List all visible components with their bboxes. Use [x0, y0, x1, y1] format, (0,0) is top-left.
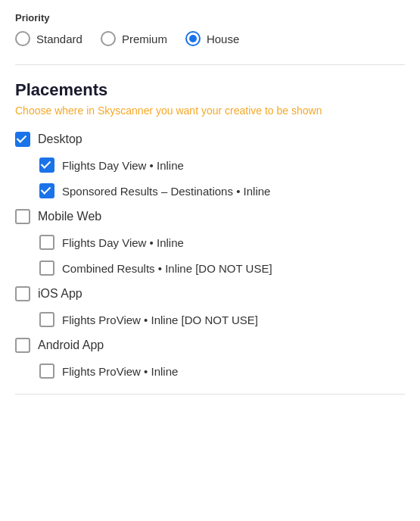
flights-proview-ios-label: Flights ProView • Inline [DO NOT USE] — [62, 314, 258, 326]
mobile-flights-day-view-label: Flights Day View • Inline — [62, 236, 184, 249]
desktop-label: Desktop — [38, 133, 82, 146]
checkbox-sponsored-results[interactable] — [39, 183, 54, 198]
mobile-web-label: Mobile Web — [38, 210, 101, 223]
placements-subtitle: Choose where in Skyscanner you want your… — [15, 105, 405, 117]
placements-section: Placements Choose where in Skyscanner yo… — [15, 80, 405, 379]
radio-item-house[interactable]: House — [185, 31, 239, 46]
radio-house-label: House — [207, 33, 239, 45]
checkbox-flights-proview-android[interactable] — [39, 363, 54, 379]
checkbox-item-mobile-flights-day-view[interactable]: Flights Day View • Inline — [39, 235, 405, 250]
checkbox-item-desktop[interactable]: Desktop — [15, 132, 405, 147]
checkbox-combined-results[interactable] — [39, 260, 54, 276]
placements-title: Placements — [15, 80, 405, 100]
checkbox-item-flights-proview-android[interactable]: Flights ProView • Inline — [39, 363, 405, 379]
priority-label: Priority — [15, 12, 405, 23]
section-divider — [15, 64, 405, 65]
checkbox-item-mobile-web[interactable]: Mobile Web — [15, 209, 405, 224]
radio-premium-label: Premium — [122, 33, 167, 45]
checkbox-ios-app[interactable] — [15, 286, 30, 301]
checkbox-item-flights-proview-ios[interactable]: Flights ProView • Inline [DO NOT USE] — [39, 312, 405, 327]
checkbox-item-ios-app[interactable]: iOS App — [15, 286, 405, 301]
priority-section: Priority Standard Premium House — [15, 12, 405, 46]
priority-radio-group: Standard Premium House — [15, 31, 405, 46]
checkbox-item-sponsored-results[interactable]: Sponsored Results – Destinations • Inlin… — [39, 183, 405, 198]
page-container: Priority Standard Premium House Placemen… — [0, 0, 420, 410]
radio-item-standard[interactable]: Standard — [15, 31, 82, 46]
radio-standard-label: Standard — [36, 33, 82, 45]
bottom-divider — [15, 394, 405, 395]
checkbox-item-flights-day-view[interactable]: Flights Day View • Inline — [39, 158, 405, 173]
radio-item-premium[interactable]: Premium — [101, 31, 167, 46]
sponsored-results-label: Sponsored Results – Destinations • Inlin… — [62, 185, 270, 198]
checkbox-desktop[interactable] — [15, 132, 30, 147]
radio-standard[interactable] — [15, 31, 30, 46]
checkbox-mobile-web[interactable] — [15, 209, 30, 224]
radio-premium[interactable] — [101, 31, 116, 46]
checkbox-mobile-flights-day-view[interactable] — [39, 235, 54, 250]
checkbox-android-app[interactable] — [15, 338, 30, 353]
checkbox-flights-day-view[interactable] — [39, 158, 54, 173]
checkbox-flights-proview-ios[interactable] — [39, 312, 54, 327]
flights-proview-android-label: Flights ProView • Inline — [62, 365, 178, 378]
android-app-label: Android App — [38, 338, 104, 352]
ios-app-label: iOS App — [38, 287, 82, 301]
checkbox-item-android-app[interactable]: Android App — [15, 338, 405, 353]
combined-results-label: Combined Results • Inline [DO NOT USE] — [62, 262, 272, 275]
flights-day-view-label: Flights Day View • Inline — [62, 159, 184, 172]
radio-house[interactable] — [185, 31, 201, 46]
checkbox-item-combined-results[interactable]: Combined Results • Inline [DO NOT USE] — [39, 260, 405, 276]
